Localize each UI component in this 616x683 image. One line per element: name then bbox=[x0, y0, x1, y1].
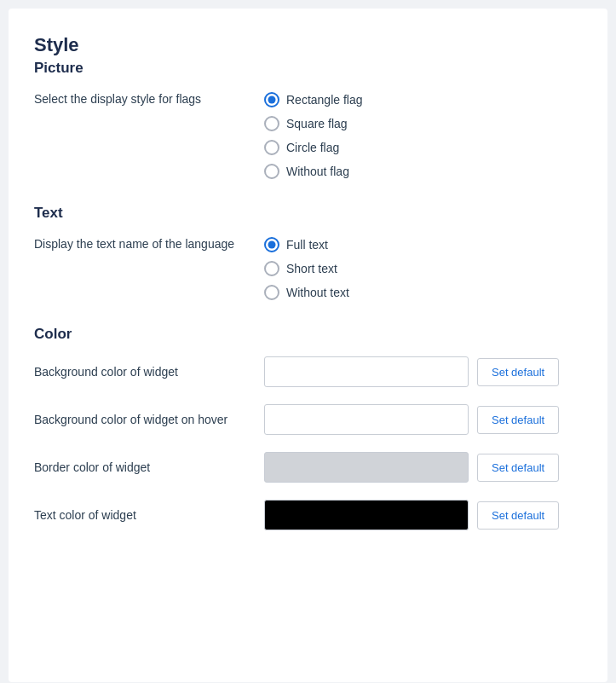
color-bg-input[interactable] bbox=[264, 356, 469, 387]
color-section: Color Background color of widget Set def… bbox=[34, 326, 582, 530]
radio-circle-label: Circle flag bbox=[286, 141, 339, 154]
main-title: Style bbox=[34, 34, 582, 56]
radio-circle[interactable] bbox=[264, 140, 279, 155]
picture-row: Select the display style for flags Recta… bbox=[34, 90, 582, 179]
radio-without-text-label: Without text bbox=[286, 286, 349, 299]
color-row-bg: Background color of widget Set default bbox=[34, 356, 582, 387]
color-subtitle: Color bbox=[34, 326, 582, 343]
radio-without-flag-label: Without flag bbox=[286, 165, 349, 178]
color-text-set-default-button[interactable]: Set default bbox=[477, 501, 559, 530]
picture-label: Select the display style for flags bbox=[34, 90, 264, 108]
text-options: Full text Short text Without text bbox=[264, 235, 349, 300]
picture-subtitle: Picture bbox=[34, 60, 582, 77]
radio-without-flag[interactable] bbox=[264, 164, 279, 179]
option-without-flag[interactable]: Without flag bbox=[264, 164, 363, 179]
color-bg-set-default-button[interactable]: Set default bbox=[477, 358, 559, 386]
radio-full-text-label: Full text bbox=[286, 238, 328, 252]
color-border-label: Border color of widget bbox=[34, 459, 264, 477]
color-bghover-label: Background color of widget on hover bbox=[34, 411, 264, 429]
radio-short-text[interactable] bbox=[264, 261, 279, 276]
option-square[interactable]: Square flag bbox=[264, 116, 363, 131]
option-full-text[interactable]: Full text bbox=[264, 237, 349, 252]
color-text-label: Text color of widget bbox=[34, 506, 264, 524]
color-bghover-input[interactable] bbox=[264, 404, 469, 435]
color-bghover-controls: Set default bbox=[264, 404, 582, 435]
color-bghover-set-default-button[interactable]: Set default bbox=[477, 406, 559, 434]
color-text-input[interactable] bbox=[264, 500, 469, 530]
text-section: Text Display the text name of the langua… bbox=[34, 205, 582, 300]
radio-square[interactable] bbox=[264, 116, 279, 131]
text-subtitle: Text bbox=[34, 205, 582, 222]
color-border-input[interactable] bbox=[264, 452, 469, 483]
color-bg-label: Background color of widget bbox=[34, 363, 264, 381]
radio-rectangle[interactable] bbox=[264, 92, 279, 107]
radio-short-text-label: Short text bbox=[286, 262, 337, 275]
option-short-text[interactable]: Short text bbox=[264, 261, 349, 276]
radio-without-text[interactable] bbox=[264, 285, 279, 300]
picture-section: Picture Select the display style for fla… bbox=[34, 60, 582, 179]
color-bg-controls: Set default bbox=[264, 356, 582, 387]
picture-options: Rectangle flag Square flag Circle flag W… bbox=[264, 90, 363, 179]
radio-full-text[interactable] bbox=[264, 237, 279, 252]
color-row-border: Border color of widget Set default bbox=[34, 452, 582, 483]
color-border-controls: Set default bbox=[264, 452, 582, 483]
text-row: Display the text name of the language Fu… bbox=[34, 235, 582, 300]
radio-square-label: Square flag bbox=[286, 117, 348, 130]
option-without-text[interactable]: Without text bbox=[264, 285, 349, 300]
option-rectangle[interactable]: Rectangle flag bbox=[264, 92, 363, 107]
settings-panel: Style Picture Select the display style f… bbox=[9, 9, 607, 682]
color-row-bghover: Background color of widget on hover Set … bbox=[34, 404, 582, 435]
color-row-text: Text color of widget Set default bbox=[34, 500, 582, 530]
color-border-set-default-button[interactable]: Set default bbox=[477, 454, 559, 482]
option-circle[interactable]: Circle flag bbox=[264, 140, 363, 155]
color-text-controls: Set default bbox=[264, 500, 582, 530]
radio-rectangle-label: Rectangle flag bbox=[286, 93, 363, 107]
text-label: Display the text name of the language bbox=[34, 235, 264, 253]
